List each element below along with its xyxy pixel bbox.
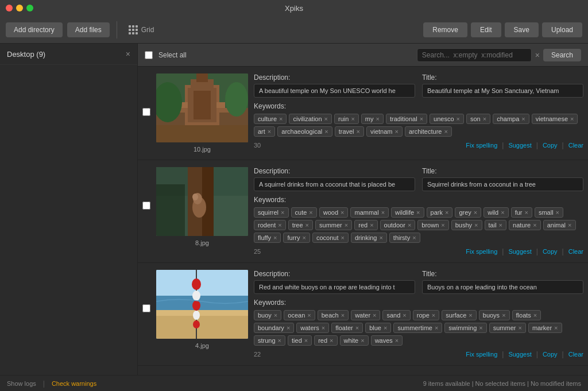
search-clear-button[interactable]: × [535, 51, 540, 60]
title-input-1[interactable] [422, 177, 583, 191]
keyword-remove[interactable]: × [556, 209, 559, 216]
keyword-remove[interactable]: × [533, 312, 537, 319]
keyword-remove[interactable]: × [309, 209, 312, 216]
keyword-remove[interactable]: × [373, 312, 376, 319]
keyword-remove[interactable]: × [499, 222, 502, 229]
keyword-remove[interactable]: × [408, 222, 411, 229]
keyword-remove[interactable]: × [341, 312, 345, 319]
keyword-remove[interactable]: × [412, 234, 416, 241]
search-input[interactable] [417, 48, 532, 62]
keyword-remove[interactable]: × [435, 324, 438, 331]
close-button[interactable] [6, 5, 13, 11]
keyword-remove[interactable]: × [302, 234, 305, 241]
keyword-remove[interactable]: × [518, 324, 521, 331]
keyword-remove[interactable]: × [457, 115, 460, 122]
keyword-remove[interactable]: × [330, 337, 333, 344]
item-checkbox-2[interactable] [142, 304, 150, 312]
keyword-remove[interactable]: × [370, 222, 373, 229]
keyword-remove[interactable]: × [268, 128, 271, 135]
keyword-remove[interactable]: × [384, 324, 387, 331]
keyword-remove[interactable]: × [304, 337, 308, 344]
keyword-remove[interactable]: × [351, 115, 354, 122]
suggest-link-1[interactable]: Suggest [508, 248, 531, 255]
keyword-remove[interactable]: × [469, 312, 472, 319]
keyword-remove[interactable]: × [274, 312, 277, 319]
keyword-remove[interactable]: × [287, 324, 290, 331]
keyword-remove[interactable]: × [568, 222, 571, 229]
description-input-0[interactable] [254, 84, 415, 98]
minimize-button[interactable] [16, 5, 23, 11]
grid-view-button[interactable]: Grid [124, 23, 159, 37]
keyword-remove[interactable]: × [278, 222, 281, 229]
keyword-remove[interactable]: × [376, 115, 380, 122]
upload-button[interactable]: Upload [542, 22, 582, 37]
keyword-remove[interactable]: × [432, 312, 435, 319]
select-all-checkbox[interactable] [145, 51, 153, 59]
check-warnings-link[interactable]: Check warnings [52, 380, 96, 387]
keyword-remove[interactable]: × [307, 312, 311, 319]
clear-link-0[interactable]: Clear [568, 142, 583, 149]
search-button[interactable]: Search [543, 49, 581, 61]
copy-link-2[interactable]: Copy [543, 351, 558, 358]
keyword-remove[interactable]: × [441, 222, 444, 229]
add-directory-button[interactable]: Add directory [6, 22, 63, 37]
title-input-2[interactable] [422, 280, 583, 294]
save-button[interactable]: Save [505, 22, 539, 37]
keyword-remove[interactable]: × [533, 222, 536, 229]
description-input-1[interactable] [254, 177, 415, 191]
item-checkbox-1[interactable] [142, 202, 150, 210]
keyword-remove[interactable]: × [324, 128, 328, 135]
keyword-remove[interactable]: × [322, 324, 325, 331]
remove-button[interactable]: Remove [423, 22, 467, 37]
keyword-remove[interactable]: × [357, 128, 360, 135]
keyword-remove[interactable]: × [474, 209, 477, 216]
keyword-remove[interactable]: × [521, 115, 525, 122]
keyword-remove[interactable]: × [445, 209, 448, 216]
keyword-remove[interactable]: × [355, 324, 359, 331]
item-checkbox-0[interactable] [142, 108, 150, 116]
keyword-remove[interactable]: × [554, 324, 558, 331]
keyword-remove[interactable]: × [324, 115, 328, 122]
fix-spelling-link-1[interactable]: Fix spelling [466, 248, 497, 255]
add-files-button[interactable]: Add files [67, 22, 110, 37]
keyword-remove[interactable]: × [502, 312, 505, 319]
keyword-remove[interactable]: × [281, 209, 284, 216]
keyword-remove[interactable]: × [444, 128, 447, 135]
copy-link-0[interactable]: Copy [543, 142, 558, 149]
keyword-remove[interactable]: × [524, 209, 528, 216]
keyword-remove[interactable]: × [420, 115, 423, 122]
keyword-remove[interactable]: × [379, 234, 382, 241]
keyword-remove[interactable]: × [278, 337, 281, 344]
clear-link-1[interactable]: Clear [568, 248, 583, 255]
edit-button[interactable]: Edit [471, 22, 501, 37]
sidebar-close-button[interactable]: × [126, 49, 130, 59]
suggest-link-0[interactable]: Suggest [508, 142, 531, 149]
show-logs-link[interactable]: Show logs [7, 380, 36, 387]
keyword-remove[interactable]: × [474, 222, 478, 229]
keyword-remove[interactable]: × [341, 234, 344, 241]
copy-link-1[interactable]: Copy [543, 248, 558, 255]
keyword-remove[interactable]: × [361, 337, 364, 344]
keyword-remove[interactable]: × [416, 209, 420, 216]
keyword-remove[interactable]: × [403, 312, 406, 319]
fix-spelling-link-0[interactable]: Fix spelling [466, 142, 497, 149]
clear-link-2[interactable]: Clear [568, 351, 583, 358]
description-input-2[interactable] [254, 280, 415, 294]
fix-spelling-link-2[interactable]: Fix spelling [466, 351, 497, 358]
keyword-remove[interactable]: × [279, 115, 283, 122]
keyword-remove[interactable]: × [570, 115, 574, 122]
keyword-remove[interactable]: × [395, 337, 399, 344]
keyword-remove[interactable]: × [345, 222, 348, 229]
keyword-remove[interactable]: × [273, 234, 277, 241]
suggest-link-2[interactable]: Suggest [508, 351, 531, 358]
title-input-0[interactable] [422, 84, 583, 98]
keyword-remove[interactable]: × [381, 209, 385, 216]
keyword-remove[interactable]: × [395, 128, 399, 135]
keyword-remove[interactable]: × [483, 115, 486, 122]
keyword-remove[interactable]: × [501, 209, 504, 216]
maximize-button[interactable] [26, 5, 33, 11]
keyword-remove[interactable]: × [479, 324, 482, 331]
keyword-remove[interactable]: × [305, 222, 309, 229]
keyword-remove[interactable]: × [341, 209, 344, 216]
window-controls[interactable] [6, 5, 33, 11]
